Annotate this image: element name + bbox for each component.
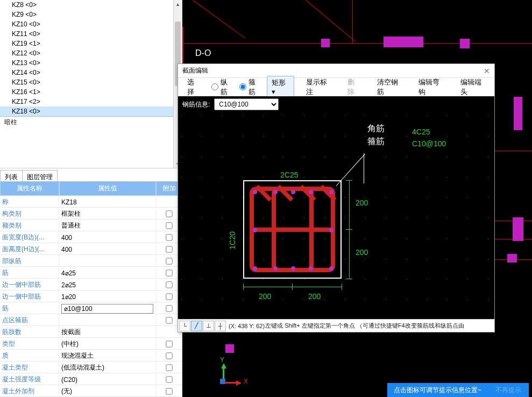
prop-extra[interactable] bbox=[156, 373, 182, 386]
section-canvas[interactable]: 4C25 C10@100 角筋 箍筋 2C25 1C20 bbox=[178, 112, 494, 319]
prop-name: 额类别 bbox=[0, 219, 59, 232]
prop-value[interactable]: 普通柱 bbox=[59, 219, 156, 232]
prop-name: 类型 bbox=[0, 338, 59, 350]
prop-extra[interactable] bbox=[156, 361, 182, 374]
property-row: 筋肢数按截面 bbox=[0, 326, 182, 338]
prop-extra-checkbox[interactable] bbox=[166, 341, 172, 347]
prop-value[interactable]: 2⌀25 bbox=[59, 279, 156, 291]
prop-extra-checkbox[interactable] bbox=[166, 270, 172, 276]
prop-extra-checkbox[interactable] bbox=[166, 281, 172, 288]
left-panel: KZ8 <0>KZ9 <0>KZ10 <0>KZ11 <0>KZ19 <1>KZ… bbox=[0, 0, 182, 397]
radio-stirrup[interactable]: 箍筋 bbox=[239, 77, 260, 97]
prop-extra-checkbox[interactable] bbox=[166, 210, 172, 217]
prop-value[interactable]: 框架柱 bbox=[59, 208, 156, 220]
property-row: 构类别框架柱 bbox=[0, 208, 182, 219]
prop-extra-checkbox[interactable] bbox=[166, 317, 172, 323]
btn-clear-rebar[interactable]: 清空钢筋 bbox=[372, 75, 407, 99]
label-stirrup: 箍筋 bbox=[367, 136, 385, 147]
tree-item[interactable]: KZ12 <0> bbox=[0, 48, 182, 58]
prop-extra-checkbox[interactable] bbox=[166, 352, 172, 359]
snap-mode-2[interactable]: ╱ bbox=[191, 321, 202, 331]
prop-value[interactable]: (C20) bbox=[59, 373, 156, 386]
tab-layers[interactable]: 图层管理 bbox=[22, 170, 58, 181]
property-row: 面高度(H边)(...400 bbox=[0, 243, 182, 255]
prop-value[interactable]: 4⌀25 bbox=[59, 267, 156, 279]
bottom-dim-2: 200 bbox=[308, 292, 321, 301]
prop-extra[interactable] bbox=[156, 338, 182, 350]
tree-item[interactable]: KZ10 <0> bbox=[0, 19, 182, 29]
bottom-dim-1: 200 bbox=[259, 292, 271, 301]
rebar-info-select[interactable]: C10@100 bbox=[214, 98, 279, 110]
prop-value[interactable]: 400 bbox=[59, 231, 156, 244]
property-row: 称KZ18 bbox=[0, 196, 182, 208]
prop-extra-checkbox[interactable] bbox=[166, 258, 172, 264]
snap-mode-3[interactable]: ⊥ bbox=[203, 321, 214, 331]
tree-item[interactable]: KZ13 <0> bbox=[0, 58, 182, 68]
prop-name: 筋 bbox=[0, 302, 59, 315]
prop-value[interactable] bbox=[59, 255, 156, 267]
prop-value[interactable]: 1⌀20 bbox=[59, 290, 156, 303]
prop-value[interactable]: 按截面 bbox=[59, 326, 156, 338]
label-corner-bars: 4C25 bbox=[412, 127, 430, 136]
prop-extra-checkbox[interactable] bbox=[166, 305, 172, 311]
prop-name: 凝土强度等级 bbox=[0, 373, 59, 386]
label-corner: 角筋 bbox=[367, 123, 385, 134]
prop-value[interactable] bbox=[59, 314, 156, 327]
component-tree[interactable]: KZ8 <0>KZ9 <0>KZ10 <0>KZ11 <0>KZ19 <1>KZ… bbox=[0, 0, 182, 168]
scroll-up-arrow[interactable]: ▴ bbox=[174, 0, 182, 9]
tree-item[interactable]: KZ11 <0> bbox=[0, 29, 182, 39]
radio-longitudinal[interactable]: 纵筋 bbox=[211, 77, 232, 97]
prop-name: 称 bbox=[0, 196, 59, 208]
right-dim-1: 200 bbox=[356, 198, 368, 207]
prop-value[interactable]: (无) bbox=[59, 385, 156, 397]
prop-extra[interactable] bbox=[156, 350, 182, 362]
axis-marker: D-O bbox=[195, 48, 211, 58]
prop-value[interactable]: (中柱) bbox=[59, 338, 156, 350]
rebar-info-row: 钢筋信息: C10@100 bbox=[178, 96, 494, 112]
toggle-show-labels[interactable]: 显示标注 bbox=[301, 75, 336, 99]
dialog-statusbar: └ ╱ ⊥ ┼ (X: 438 Y: 62) 左键或 Shift+ 左键指定第一… bbox=[178, 319, 494, 332]
prop-extra-checkbox[interactable] bbox=[166, 364, 172, 371]
coord-readout: (X: 438 Y: 62) bbox=[229, 323, 265, 329]
property-row: 额类别普通柱 bbox=[0, 219, 182, 231]
property-row: 边一侧中部筋2⌀25 bbox=[0, 279, 182, 290]
properties-header: 属性名称 属性值 附加 bbox=[0, 182, 182, 196]
prop-extra-checkbox[interactable] bbox=[166, 376, 172, 382]
prop-value-input[interactable] bbox=[61, 304, 153, 314]
prop-extra-checkbox[interactable] bbox=[166, 293, 172, 300]
prop-value[interactable] bbox=[59, 302, 156, 315]
prop-extra[interactable] bbox=[156, 385, 182, 397]
snap-mode-1[interactable]: └ bbox=[179, 321, 190, 331]
prop-name: 凝土外加剂 bbox=[0, 385, 59, 397]
shape-dropdown[interactable]: 矩形 ▾ bbox=[267, 76, 294, 98]
tree-item[interactable]: KZ8 <0> bbox=[0, 0, 182, 10]
tree-item[interactable]: KZ19 <1> bbox=[0, 39, 182, 48]
prop-value[interactable]: 400 bbox=[59, 243, 156, 256]
tree-item[interactable]: KZ16 <1> bbox=[0, 87, 182, 97]
prop-name: 筋肢数 bbox=[0, 326, 59, 338]
prop-value[interactable]: KZ18 bbox=[59, 196, 156, 208]
left-tabbar: 列表 图层管理 bbox=[0, 168, 182, 182]
left-bar-dim: 1C20 bbox=[228, 231, 237, 249]
btn-edit-hook[interactable]: 编辑弯钩 bbox=[414, 75, 448, 99]
tree-item[interactable]: KZ18 <0> bbox=[0, 107, 182, 116]
prop-value[interactable]: 现浇混凝土 bbox=[59, 350, 156, 362]
tool-select[interactable]: 选择 bbox=[182, 75, 204, 99]
tab-list[interactable]: 列表 bbox=[0, 170, 23, 181]
close-icon[interactable]: ✕ bbox=[484, 67, 490, 75]
tree-item[interactable]: KZ14 <0> bbox=[0, 68, 182, 77]
hint-dismiss[interactable]: 不再提示 bbox=[488, 383, 529, 398]
prop-extra-checkbox[interactable] bbox=[166, 246, 172, 252]
btn-edit-end[interactable]: 编辑端头 bbox=[456, 75, 490, 99]
tree-item[interactable]: KZ9 <0> bbox=[0, 10, 182, 19]
tree-item[interactable]: KZ17 <2> bbox=[0, 97, 182, 107]
top-bar-dim: 2C25 bbox=[280, 171, 298, 179]
prop-value[interactable]: (低流动混凝土) bbox=[59, 361, 156, 374]
prop-extra-checkbox[interactable] bbox=[166, 234, 172, 240]
properties-table: 属性名称 属性值 附加 称KZ18构类别框架柱额类别普通柱面宽度(B边)(...… bbox=[0, 182, 182, 397]
prop-extra-checkbox[interactable] bbox=[166, 388, 172, 394]
snap-mode-4[interactable]: ┼ bbox=[215, 321, 226, 331]
tree-item[interactable]: KZ15 <0> bbox=[0, 77, 182, 87]
btn-delete[interactable]: 删除 bbox=[343, 75, 365, 99]
prop-extra-checkbox[interactable] bbox=[166, 222, 172, 229]
